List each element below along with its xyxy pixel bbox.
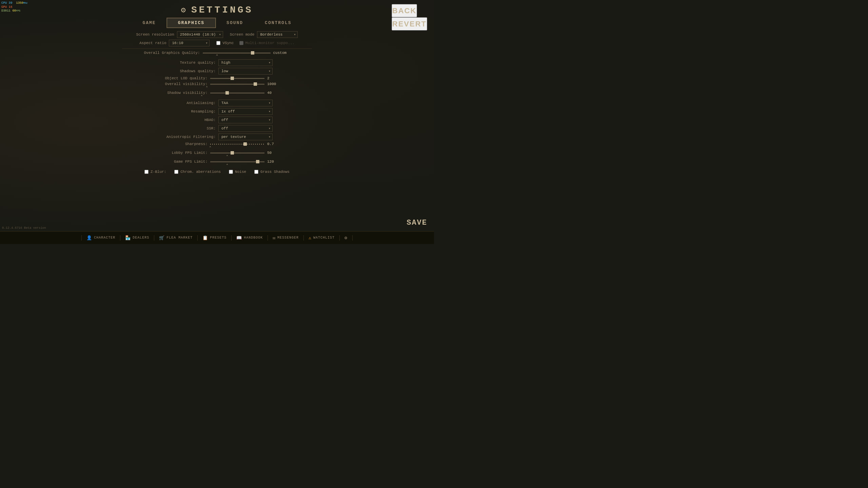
- grass-shadows-checkbox[interactable]: [254, 170, 258, 174]
- back-button[interactable]: BACK: [392, 4, 417, 17]
- bottom-presets[interactable]: 📋 PRESETS: [198, 235, 232, 241]
- visibility-label: Overall visibility:: [153, 82, 208, 86]
- flea-icon: 🛒: [159, 235, 165, 241]
- overall-quality-label: Overall Graphics Quality:: [144, 51, 200, 55]
- bottom-messenger[interactable]: ✉ MESSENGER: [268, 235, 304, 241]
- gpu-value: 16: [9, 5, 13, 9]
- texture-quality-dropdown-wrap[interactable]: high: [218, 59, 273, 66]
- multimonitor-label: Multi-monitor suppo...: [245, 41, 295, 45]
- zblur-label: Z-Blur:: [151, 170, 166, 174]
- antialiasing-dropdown[interactable]: TAA: [218, 100, 273, 106]
- title-area: ⚙ SETTINGS: [0, 0, 434, 15]
- noise-checkbox[interactable]: [229, 170, 233, 174]
- aniso-row: Anisotropic Filtering: per texture: [122, 134, 312, 140]
- overall-quality-slider[interactable]: [203, 53, 271, 54]
- texture-quality-row: Texture quality: high: [122, 59, 312, 66]
- tab-sound[interactable]: SOUND: [216, 18, 254, 28]
- lod-quality-row: Object LOD quality: 2: [122, 76, 312, 80]
- main-content: Screen resolution 868x488 (16:9) Scree…: [122, 28, 312, 174]
- bottom-watchlist[interactable]: ⚠ WATCHLIST: [304, 235, 340, 241]
- cpu-freq-unit: MHz: [23, 2, 28, 4]
- handle-arrow-icon: ⌃: [216, 54, 218, 58]
- ssr-dropdown[interactable]: off: [218, 125, 273, 132]
- resampling-dropdown[interactable]: 1x off: [218, 108, 273, 115]
- visibility-slider[interactable]: [210, 84, 264, 85]
- bottom-gear[interactable]: ⚙: [340, 235, 353, 241]
- aspect-dropdown-wrap[interactable]: 16:10: [169, 40, 210, 46]
- messenger-label: MESSENGER: [277, 236, 299, 240]
- gear-icon: ⚙: [181, 5, 188, 15]
- resolution-dropdown-wrap[interactable]: 868x488 (16:9): [177, 31, 223, 38]
- hbao-label: HBAO:: [161, 118, 216, 122]
- settings-title-text: SETTINGS: [191, 5, 253, 15]
- sharpness-label: Sharpness:: [153, 142, 208, 146]
- hbao-row: HBAO: off: [122, 117, 312, 123]
- game-fps-slider[interactable]: [210, 161, 264, 162]
- handbook-icon: 📖: [236, 235, 242, 241]
- resampling-row: Resampling: 1x off: [122, 108, 312, 115]
- lobby-fps-value: 50: [267, 151, 281, 155]
- aniso-label: Anisotropic Filtering:: [161, 135, 216, 139]
- bottom-dealers[interactable]: 🏪 DEALERS: [120, 235, 154, 241]
- visibility-handle: ⌃: [206, 86, 208, 89]
- chrom-checkbox[interactable]: [174, 170, 178, 174]
- noise-checkbox-item[interactable]: Noise: [229, 170, 246, 174]
- save-button[interactable]: SAVE: [407, 219, 427, 227]
- aspect-row: Aspect ratio 16:10 VSync Multi-monitor s…: [122, 40, 312, 46]
- chrom-checkbox-item[interactable]: Chrom. aberrations: [174, 170, 221, 174]
- shadows-quality-dropdown-wrap[interactable]: low: [218, 68, 273, 75]
- tab-game[interactable]: GAME: [132, 18, 166, 28]
- resolution-dropdown[interactable]: 868x488 (16:9): [177, 31, 223, 38]
- bottom-gear-icon: ⚙: [344, 235, 348, 241]
- fps-unit: FPS: [16, 9, 20, 12]
- texture-quality-dropdown[interactable]: high: [218, 59, 273, 66]
- lod-quality-slider[interactable]: [210, 78, 264, 79]
- dealers-icon: 🏪: [125, 235, 131, 241]
- resampling-dropdown-wrap[interactable]: 1x off: [218, 108, 273, 115]
- sharpness-handle: ⌃: [209, 146, 211, 149]
- lod-quality-value: 2: [267, 76, 281, 80]
- lod-quality-label: Object LOD quality:: [153, 76, 208, 80]
- handbook-label: HANDBOOK: [244, 236, 263, 240]
- hbao-dropdown-wrap[interactable]: off: [218, 117, 273, 123]
- sharpness-value: 0.7: [267, 142, 281, 146]
- resolution-label: Screen resolution: [136, 33, 174, 37]
- screen-mode-dropdown[interactable]: Borderless: [257, 31, 298, 38]
- noise-label: Noise: [235, 170, 246, 174]
- shadow-visibility-slider[interactable]: [210, 93, 264, 94]
- aspect-label: Aspect ratio: [139, 41, 166, 45]
- grass-shadows-checkbox-item[interactable]: Grass Shadows: [254, 170, 290, 174]
- aniso-dropdown-wrap[interactable]: per texture: [218, 134, 273, 140]
- ssr-row: SSR: off: [122, 125, 312, 132]
- zblur-checkbox[interactable]: [144, 170, 149, 174]
- sharpness-slider[interactable]: [210, 144, 264, 145]
- watchlist-label: WATCHLIST: [313, 236, 335, 240]
- revert-button[interactable]: REVERT: [392, 17, 427, 30]
- aniso-dropdown[interactable]: per texture: [218, 134, 273, 140]
- shadow-visibility-value: 40: [267, 91, 281, 95]
- presets-icon: 📋: [202, 235, 208, 241]
- bottom-flea[interactable]: 🛒 FLEA MARKET: [154, 235, 198, 241]
- d3-label: D3011: [1, 9, 11, 13]
- aspect-dropdown[interactable]: 16:10: [169, 40, 210, 46]
- lobby-fps-slider[interactable]: [210, 152, 264, 154]
- version-text: 0.12.4.6716 Beta version: [2, 226, 46, 230]
- vsync-checkbox[interactable]: [216, 41, 220, 45]
- bottom-bar: 👤 CHARACTER 🏪 DEALERS 🛒 FLEA MARKET 📋 PR…: [0, 231, 434, 244]
- antialiasing-dropdown-wrap[interactable]: TAA: [218, 100, 273, 106]
- bottom-handbook[interactable]: 📖 HANDBOOK: [232, 235, 268, 241]
- character-icon: 👤: [86, 235, 92, 241]
- resampling-label: Resampling:: [161, 109, 216, 114]
- tab-controls[interactable]: CONTROLS: [254, 18, 302, 28]
- bottom-character[interactable]: 👤 CHARACTER: [81, 235, 120, 241]
- hbao-dropdown[interactable]: off: [218, 117, 273, 123]
- screen-mode-dropdown-wrap[interactable]: Borderless: [257, 31, 298, 38]
- hud: CPU 39 1350MHz GPU 16 D3011 60FPS: [1, 1, 27, 13]
- tab-graphics[interactable]: GRAPHICS: [167, 18, 216, 28]
- ssr-dropdown-wrap[interactable]: off: [218, 125, 273, 132]
- shadows-quality-dropdown[interactable]: low: [218, 68, 273, 75]
- zblur-checkbox-item[interactable]: Z-Blur:: [144, 170, 166, 174]
- shadows-quality-label: Shadows quality:: [161, 69, 216, 73]
- d3-fps: 60: [12, 9, 16, 13]
- presets-label: PRESETS: [210, 236, 226, 240]
